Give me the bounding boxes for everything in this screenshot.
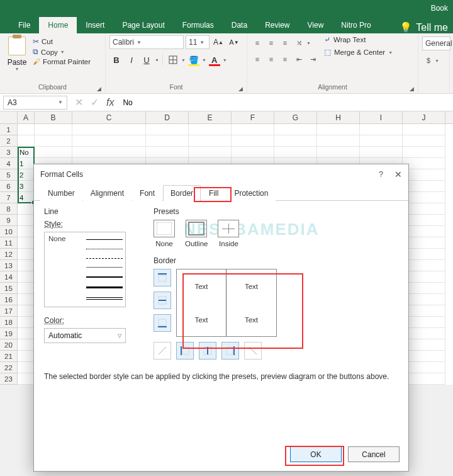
cell[interactable] <box>403 215 445 226</box>
cell[interactable] <box>35 135 72 147</box>
dlg-tab-fill[interactable]: Fill <box>201 185 226 201</box>
row-header[interactable]: 7 <box>0 192 18 203</box>
border-diag-up-toggle[interactable] <box>154 342 171 360</box>
tab-formulas[interactable]: Formulas <box>174 17 223 33</box>
tab-insert[interactable]: Insert <box>77 17 113 33</box>
col-header-E[interactable]: E <box>189 111 232 123</box>
col-header-A[interactable]: A <box>18 111 35 123</box>
cell[interactable] <box>18 124 35 135</box>
cell[interactable] <box>146 124 189 135</box>
cell[interactable] <box>18 271 35 283</box>
row-header[interactable]: 5 <box>0 169 18 181</box>
row-header[interactable]: 3 <box>0 147 18 158</box>
col-header-F[interactable]: F <box>232 111 274 123</box>
cell[interactable] <box>403 192 445 203</box>
align-right-button[interactable]: ≡ <box>279 53 291 65</box>
cell[interactable] <box>18 215 35 226</box>
cell[interactable] <box>403 158 445 169</box>
cell[interactable] <box>35 124 72 135</box>
underline-button[interactable]: U <box>140 53 154 67</box>
cell[interactable] <box>18 260 35 271</box>
cancel-button[interactable]: Cancel <box>348 446 400 462</box>
border-diag-down-toggle[interactable] <box>244 342 262 360</box>
cell[interactable] <box>274 135 317 147</box>
col-header-D[interactable]: D <box>146 111 189 123</box>
cell[interactable] <box>403 305 445 317</box>
cell[interactable] <box>18 317 35 328</box>
cell[interactable] <box>403 124 445 135</box>
cell[interactable] <box>18 237 35 249</box>
cell[interactable] <box>403 317 445 328</box>
cell[interactable] <box>317 147 360 158</box>
border-top-toggle[interactable] <box>154 269 171 286</box>
paste-button[interactable]: Paste ▼ <box>4 35 30 82</box>
border-right-toggle[interactable] <box>221 342 239 360</box>
cell[interactable] <box>18 339 35 351</box>
cell[interactable] <box>18 328 35 339</box>
border-left-toggle[interactable] <box>176 342 194 360</box>
cell[interactable] <box>18 294 35 305</box>
preset-outline[interactable]: Outline <box>185 220 208 247</box>
cell[interactable] <box>360 147 403 158</box>
style-none[interactable]: None <box>45 232 84 307</box>
cell[interactable] <box>403 237 445 249</box>
row-header[interactable]: 22 <box>0 362 18 373</box>
row-header[interactable]: 9 <box>0 215 18 226</box>
row-header[interactable]: 8 <box>0 203 18 215</box>
cell[interactable]: 1 <box>18 158 35 169</box>
cell[interactable] <box>18 135 35 147</box>
merge-center-button[interactable]: ⬚ Merge & Center ▼ <box>324 48 393 57</box>
increase-indent-button[interactable]: ⇥ <box>306 53 319 65</box>
line-color-combo[interactable]: Automatic ▽ <box>44 328 126 343</box>
cell[interactable] <box>403 362 445 373</box>
italic-button[interactable]: I <box>125 53 138 67</box>
cell[interactable] <box>72 124 146 135</box>
format-painter-button[interactable]: 🖌 Format Painter <box>33 58 91 65</box>
tab-nitro-pro[interactable]: Nitro Pro <box>332 17 379 33</box>
cell[interactable] <box>189 147 232 158</box>
cell[interactable] <box>403 339 445 351</box>
cell[interactable] <box>274 124 317 135</box>
cell[interactable] <box>72 135 146 147</box>
cancel-formula-icon[interactable]: ✕ <box>75 96 83 108</box>
cell[interactable] <box>18 373 35 385</box>
cell[interactable] <box>403 294 445 305</box>
clipboard-launcher[interactable]: ◢ <box>95 84 103 93</box>
cell[interactable] <box>274 147 317 158</box>
cell[interactable]: 2 <box>18 169 35 181</box>
cell[interactable] <box>403 135 445 147</box>
cell[interactable] <box>146 135 189 147</box>
preset-none[interactable]: None <box>154 220 175 247</box>
cell[interactable] <box>232 124 274 135</box>
cell[interactable] <box>232 135 274 147</box>
formula-input[interactable] <box>121 98 247 108</box>
cell[interactable] <box>403 260 445 271</box>
cell[interactable] <box>403 249 445 260</box>
cell[interactable] <box>403 328 445 339</box>
cell[interactable] <box>403 169 445 181</box>
cell[interactable]: 3 <box>18 181 35 192</box>
col-header-B[interactable]: B <box>35 111 72 123</box>
cell[interactable]: 4 <box>18 192 35 203</box>
decrease-font-button[interactable]: A▼ <box>227 35 241 49</box>
cell[interactable] <box>18 362 35 373</box>
cell[interactable] <box>146 147 189 158</box>
tab-page-layout[interactable]: Page Layout <box>113 17 173 33</box>
dlg-tab-border[interactable]: Border <box>163 185 201 201</box>
cell[interactable] <box>403 203 445 215</box>
cell[interactable] <box>403 226 445 237</box>
tell-me[interactable]: 💡 Tell me <box>400 21 453 33</box>
tab-view[interactable]: View <box>299 17 333 33</box>
bold-button[interactable]: B <box>109 53 123 67</box>
cell[interactable] <box>403 283 445 294</box>
align-left-button[interactable]: ≡ <box>251 53 264 65</box>
cell[interactable] <box>232 147 274 158</box>
dlg-tab-number[interactable]: Number <box>40 185 82 201</box>
row-header[interactable]: 12 <box>0 249 18 260</box>
row-header[interactable]: 21 <box>0 351 18 362</box>
row-header[interactable]: 6 <box>0 181 18 192</box>
cell[interactable] <box>18 226 35 237</box>
tab-data[interactable]: Data <box>223 17 256 33</box>
row-header[interactable]: 23 <box>0 373 18 385</box>
cell[interactable] <box>403 373 445 385</box>
